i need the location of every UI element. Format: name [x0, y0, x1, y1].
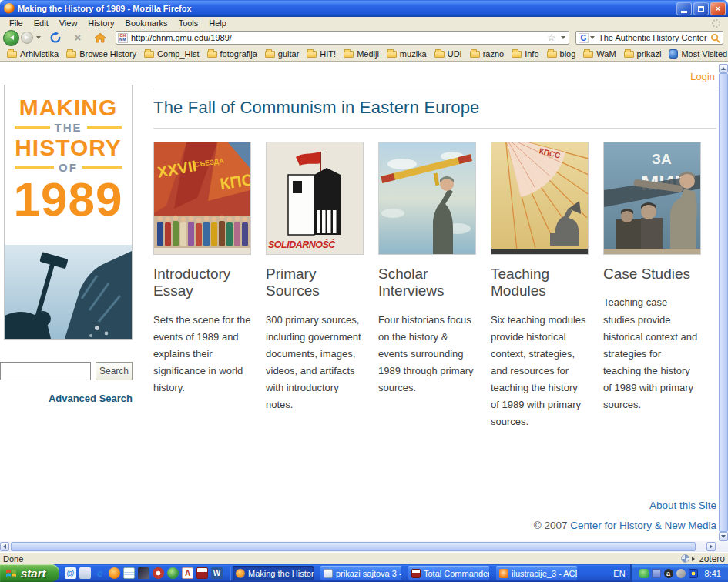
taskbar-window-firefox[interactable]: Making the History of...: [233, 566, 314, 580]
scroll-up-button[interactable]: [719, 64, 728, 73]
start-button[interactable]: start: [0, 564, 59, 582]
menu-file[interactable]: File: [5, 18, 28, 28]
bookmark-browse-history[interactable]: Browse History: [62, 49, 140, 59]
word-icon[interactable]: W: [211, 567, 223, 579]
taskbar: start @ e A W Making the History of... p…: [0, 564, 728, 582]
bookmark-comp-hist[interactable]: Comp_Hist: [140, 49, 203, 59]
scroll-up-icon: [721, 65, 726, 70]
chnm-link[interactable]: Center for History & New Media: [570, 520, 716, 531]
home-icon: [94, 32, 106, 44]
magnifier-icon[interactable]: [710, 33, 720, 43]
column-introductory-essay: XXVII СЪЕЗДА КПСС: [153, 142, 251, 430]
search-engine-dropdown-icon[interactable]: [590, 36, 595, 42]
stop-icon: ×: [75, 32, 82, 44]
document-icon: [324, 569, 333, 578]
dark-app-icon[interactable]: [138, 567, 149, 579]
poster-sun-rays[interactable]: КПСС: [491, 142, 589, 255]
taskbar-window-acdsee[interactable]: ilustracije_3 - ACDSe...: [496, 566, 577, 580]
svg-text:ЗА: ЗА: [652, 151, 672, 167]
menu-history[interactable]: History: [83, 18, 119, 28]
floppy-icon: [411, 569, 421, 578]
close-button[interactable]: ×: [710, 2, 726, 15]
menu-bookmarks[interactable]: Bookmarks: [121, 18, 173, 28]
menu-view[interactable]: View: [55, 18, 82, 28]
folder-icon: [7, 51, 17, 58]
taskbar-window-word-doc[interactable]: prikazi sajtova 3 - Mic...: [320, 566, 401, 580]
bookmark-most-visited[interactable]: Most Visited: [665, 49, 728, 59]
acrobat-icon[interactable]: A: [182, 567, 193, 579]
history-dropdown-icon[interactable]: [36, 36, 41, 42]
bookmark-star-icon[interactable]: ☆: [547, 32, 555, 43]
column-title: Scholar Interviews: [378, 266, 476, 300]
bookmark-udi[interactable]: UDI: [431, 49, 466, 59]
scroll-right-button[interactable]: [706, 542, 716, 551]
internet-explorer-icon[interactable]: e: [94, 567, 106, 579]
folder-icon: [265, 51, 275, 58]
poster-soviet-congress[interactable]: XXVII СЪЕЗДА КПСС: [153, 142, 251, 255]
minimize-button[interactable]: [676, 2, 692, 15]
glass-icon[interactable]: [79, 567, 91, 579]
zotero-button[interactable]: zotero: [681, 554, 725, 564]
media-app-icon[interactable]: [153, 567, 164, 579]
search-button[interactable]: Search: [96, 362, 133, 380]
firefox-quicklaunch-icon[interactable]: [109, 567, 120, 579]
url-text[interactable]: http://chnm.gmu.edu/1989/: [131, 33, 545, 42]
bookmark-guitar[interactable]: guitar: [261, 49, 304, 59]
url-dropdown-icon[interactable]: [561, 36, 565, 42]
back-button[interactable]: [3, 30, 19, 46]
notepad-icon[interactable]: [123, 567, 135, 579]
column-description: Four historians focus on the history & e…: [378, 312, 476, 396]
bookmark-fotografija[interactable]: fotografija: [203, 49, 261, 59]
bookmark-prikazi[interactable]: prikazi: [620, 49, 666, 59]
sidebar: MAKING THE HISTORY OF 1989: [0, 62, 146, 541]
column-teaching-modules: КПСС Teaching Modules Six teaching modul…: [491, 142, 589, 430]
language-indicator[interactable]: EN: [609, 569, 629, 578]
site-logo[interactable]: MAKING THE HISTORY OF 1989: [4, 85, 133, 340]
search-query-text[interactable]: The Authentic History Center: [599, 33, 710, 42]
advanced-search-link[interactable]: Advanced Search: [0, 393, 133, 404]
total-commander-icon[interactable]: [196, 567, 208, 579]
forward-button[interactable]: [21, 32, 33, 44]
bookmark-arhivistika[interactable]: Arhivistika: [3, 49, 62, 59]
login-link[interactable]: Login: [690, 71, 715, 82]
poster-za-mir[interactable]: ЗА МИР: [603, 142, 701, 255]
green-app-icon[interactable]: [167, 567, 179, 579]
tray-avast-icon[interactable]: a: [664, 569, 673, 578]
tray-volume-icon[interactable]: [676, 569, 686, 578]
restore-button[interactable]: [693, 2, 709, 15]
scroll-left-button[interactable]: [0, 542, 9, 551]
menu-tools[interactable]: Tools: [174, 18, 203, 28]
bookmark-mediji[interactable]: Mediji: [340, 49, 383, 59]
vertical-scroll-thumb[interactable]: [719, 73, 728, 532]
search-input[interactable]: [0, 362, 91, 380]
menu-edit[interactable]: Edit: [29, 18, 53, 28]
bookmark-wam[interactable]: WaM: [579, 49, 619, 59]
stop-button[interactable]: ×: [71, 31, 85, 45]
column-title: Introductory Essay: [153, 266, 251, 300]
tray-shield-icon[interactable]: [639, 569, 649, 578]
bookmark-muzika[interactable]: muzika: [383, 49, 431, 59]
google-icon[interactable]: G: [579, 33, 589, 43]
tray-network-icon[interactable]: [689, 569, 698, 578]
horizontal-scroll-thumb[interactable]: [11, 542, 696, 551]
home-button[interactable]: [93, 31, 107, 45]
bookmark-hit[interactable]: HIT!: [303, 49, 340, 59]
refresh-button[interactable]: [49, 31, 62, 45]
poster-solidarnosc[interactable]: SOLIDARNOŚĆ: [266, 142, 364, 255]
bookmark-blog[interactable]: blog: [543, 49, 580, 59]
address-bar[interactable]: CH NM http://chnm.gmu.edu/1989/ ☆: [116, 31, 569, 45]
vertical-scrollbar[interactable]: [719, 64, 728, 541]
taskbar-window-total-commander[interactable]: Total Commander 6.0...: [408, 566, 489, 580]
bookmark-razno[interactable]: razno: [466, 49, 508, 59]
scroll-down-button[interactable]: [719, 532, 728, 541]
tray-monitor-icon[interactable]: [652, 569, 661, 578]
menu-help[interactable]: Help: [204, 18, 231, 28]
poster-glider[interactable]: [378, 142, 476, 255]
bookmark-info[interactable]: Info: [508, 49, 542, 59]
mail-icon[interactable]: @: [65, 567, 76, 579]
web-search-box[interactable]: G The Authentic History Center: [575, 31, 723, 45]
status-bar: Done zotero: [0, 552, 728, 564]
about-this-site-link[interactable]: About this Site: [649, 500, 716, 511]
zotero-label: zotero: [699, 554, 725, 564]
horizontal-scrollbar[interactable]: [0, 541, 728, 552]
